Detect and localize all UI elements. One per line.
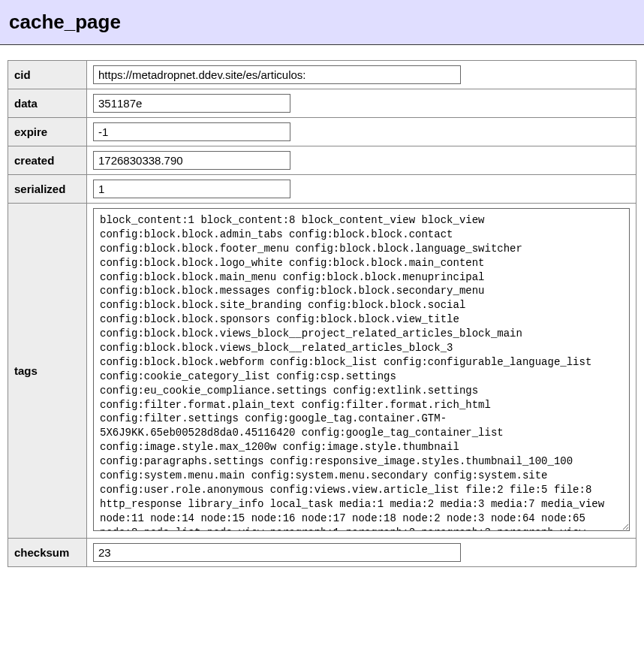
row-tags: tags block_content:1 block_content:8 blo… (8, 204, 636, 539)
label-checksum: checksum (8, 538, 87, 566)
row-expire: expire (8, 118, 636, 146)
label-data: data (8, 89, 87, 118)
input-checksum[interactable] (93, 543, 461, 562)
label-created: created (8, 146, 87, 175)
row-created: created (8, 146, 636, 175)
row-serialized: serialized (8, 175, 636, 204)
label-serialized: serialized (8, 175, 87, 204)
cell-created (87, 146, 636, 175)
cell-cid (87, 61, 636, 89)
input-cid[interactable] (93, 65, 461, 84)
input-serialized[interactable] (93, 180, 290, 198)
row-cid: cid (8, 61, 636, 89)
label-tags: tags (8, 204, 87, 539)
cell-expire (87, 118, 636, 146)
label-expire: expire (8, 118, 87, 146)
record-table: cid data expire created serialized (8, 60, 636, 567)
cell-serialized (87, 175, 636, 204)
content-area: cid data expire created serialized (0, 45, 644, 575)
input-expire[interactable] (93, 122, 290, 141)
input-data[interactable] (93, 94, 290, 113)
page-title: cache_page (9, 11, 635, 34)
cell-checksum (87, 538, 636, 566)
textarea-tags[interactable]: block_content:1 block_content:8 block_co… (93, 208, 630, 531)
input-created[interactable] (93, 151, 290, 170)
cell-tags: block_content:1 block_content:8 block_co… (87, 204, 636, 539)
row-data: data (8, 89, 636, 118)
row-checksum: checksum (8, 538, 636, 566)
label-cid: cid (8, 61, 87, 89)
cell-data (87, 89, 636, 118)
page-header: cache_page (0, 0, 644, 45)
